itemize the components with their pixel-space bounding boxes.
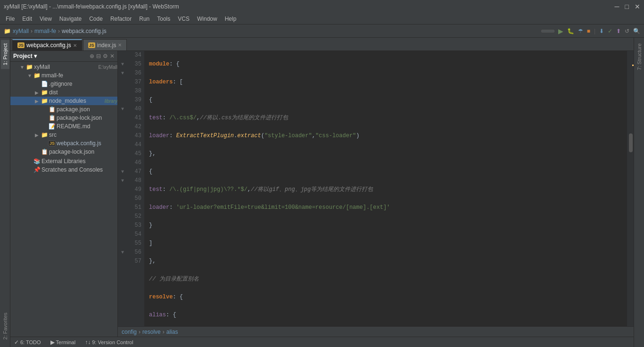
tree-item-node-modules[interactable]: ▶ 📁 node_modules library [10, 97, 117, 105]
tree-item-gitignore[interactable]: 📄 .gitignore [10, 80, 117, 88]
vcs-push-button[interactable]: ⬆ [616, 28, 621, 34]
gutter-34 [118, 51, 127, 60]
tree-item-root-package-lock[interactable]: 📋 package-lock.json [10, 148, 117, 156]
close-button[interactable]: ✕ [635, 3, 640, 10]
menu-refactor[interactable]: Refactor [107, 15, 135, 23]
bc-alias[interactable]: alias [166, 329, 178, 335]
right-scrollbar[interactable] [627, 51, 634, 326]
ln-51: 51 [127, 203, 141, 212]
nav-mmall-fe[interactable]: mmall-fe [34, 28, 56, 34]
sync-icon[interactable]: ⊕ [90, 53, 94, 59]
menu-code[interactable]: Code [85, 15, 107, 23]
menu-run[interactable]: Run [135, 15, 153, 23]
file-icon-package-lock-json: 📋 [48, 115, 56, 121]
code-line-41: test: /\.(gif|png|jpg)\??.*$/,//将以gif、pn… [149, 185, 627, 194]
code-line-46: // 为目录配置别名 [149, 275, 627, 284]
menu-view[interactable]: View [36, 15, 56, 23]
stop-button[interactable]: ■ [587, 28, 590, 34]
code-line-38: loader: ExtractTextPlugin.extract("style… [149, 132, 627, 140]
side-tab-favorites[interactable]: 2: Favorites [1, 309, 9, 343]
tab-webpack-config[interactable]: JS webpack.config.js ✕ [12, 39, 82, 50]
todo-label: 6: TODO [20, 339, 41, 345]
bc-config[interactable]: config [122, 329, 137, 335]
ln-45: 45 [127, 149, 141, 158]
arrow-src: ▶ [35, 132, 41, 138]
tab-index[interactable]: JS index.js ✕ [83, 39, 127, 50]
undo-button[interactable]: ↺ [625, 28, 629, 34]
collapse-icon[interactable]: ⊟ [96, 53, 101, 59]
menu-edit[interactable]: Edit [18, 15, 36, 23]
gutter-44 [118, 140, 127, 149]
code-content[interactable]: module: { loaders: [ { test: /\.css$/,//… [144, 51, 627, 326]
settings-icon[interactable]: ⚙ [103, 53, 108, 59]
tree-label-readme: README.md [57, 123, 117, 130]
minimize-button[interactable]: ─ [615, 3, 619, 10]
gutter-53 [118, 221, 127, 230]
coverage-button[interactable]: ☂ [578, 28, 583, 34]
tree-item-package-json[interactable]: 📋 package.json [10, 105, 117, 114]
code-line-45: }, [149, 257, 627, 266]
tree-item-package-lock-json[interactable]: 📋 package-lock.json [10, 114, 117, 122]
tree-label-mmall-fe: mmall-fe [41, 72, 117, 79]
ln-40: 40 [127, 105, 141, 114]
tree-item-readme[interactable]: 📝 README.md [10, 122, 117, 131]
ln-56: 56 [127, 248, 141, 257]
tree-item-external-libs[interactable]: 📚 External Libraries [10, 157, 117, 165]
search-everywhere-button[interactable]: 🔍 [633, 28, 640, 34]
tab-webpack-label: webpack.config.js [26, 42, 71, 49]
tree-badge-xymall: E:\xyMall [98, 65, 117, 70]
gutter-40: ▼ [118, 105, 127, 114]
file-icon-root-package-lock: 📋 [41, 149, 48, 155]
tab-webpack-close[interactable]: ✕ [73, 43, 77, 48]
nav-webpack-config[interactable]: webpack.config.js [62, 28, 107, 34]
maximize-button[interactable]: □ [625, 3, 629, 10]
bottom-breadcrumb: config › resolve › alias [118, 326, 634, 337]
vcs-commit-button[interactable]: ✓ [608, 28, 612, 34]
tree-item-dist[interactable]: ▶ 📁 dist [10, 88, 117, 97]
side-tab-structure[interactable]: 7: Structure [635, 40, 644, 74]
tree-item-xymall[interactable]: ▼ 📁 xyMall E:\xyMall [10, 63, 117, 71]
vcs-label: 9: Version Control [92, 339, 133, 345]
run-config-dropdown[interactable] [541, 30, 554, 33]
ln-44: 44 [127, 140, 141, 149]
run-button[interactable]: ▶ [558, 27, 563, 35]
tree-item-mmall-fe[interactable]: ▼ 📁 mmall-fe [10, 71, 117, 80]
terminal-tool[interactable]: ▶ Terminal [49, 338, 78, 347]
scroll-thumb[interactable] [629, 133, 633, 152]
ln-57: 57 [127, 257, 141, 266]
ln-49: 49 [127, 185, 141, 194]
folder-icon-src: 📁 [41, 132, 48, 138]
todo-tool[interactable]: ✓ 6: TODO [12, 338, 43, 347]
tree-item-webpack-config[interactable]: JS webpack.config.js [10, 139, 117, 148]
vcs-tool[interactable]: ↑↓ 9: Version Control [83, 338, 135, 347]
close-panel-icon[interactable]: ✕ [110, 53, 115, 59]
line-numbers: 34 35 36 37 38 39 40 41 42 43 44 45 46 4… [127, 51, 144, 326]
gutter-49 [118, 185, 127, 194]
nav-xymall[interactable]: xyMall [13, 28, 29, 34]
ln-39: 39 [127, 96, 141, 105]
vcs-update-button[interactable]: ⬇ [599, 28, 604, 34]
nav-icon-project: 📁 [4, 28, 11, 34]
gutter-55 [118, 239, 127, 248]
editor-with-gutter: Project ▾ ⊕ ⊟ ⚙ ✕ ▼ 📁 xyMall E:\xyMall [10, 51, 634, 337]
tab-index-close[interactable]: ✕ [118, 42, 122, 48]
tree-label-scratches: Scratches and Consoles [41, 166, 117, 173]
ln-41: 41 [127, 114, 141, 123]
gutter-35: ▼ [118, 60, 127, 69]
tree-item-scratches[interactable]: 📌 Scratches and Consoles [10, 165, 117, 174]
gutter-45 [118, 149, 127, 158]
menu-navigate[interactable]: Navigate [56, 15, 85, 23]
ln-37: 37 [127, 78, 141, 87]
ln-48: 48 [127, 176, 141, 185]
side-tab-project[interactable]: 1: Project [1, 40, 9, 69]
menu-help[interactable]: Help [221, 15, 240, 23]
menu-window[interactable]: Window [193, 15, 221, 23]
debug-button[interactable]: 🐛 [567, 28, 574, 34]
code-view[interactable]: ▼ ▼ ▼ ▼ ▼ [118, 51, 634, 326]
menu-vcs[interactable]: VCS [174, 15, 193, 23]
nav-sep-2: › [58, 28, 60, 34]
menu-tools[interactable]: Tools [153, 15, 174, 23]
menu-file[interactable]: File [2, 15, 18, 23]
bc-resolve[interactable]: resolve [142, 329, 161, 335]
tree-item-src[interactable]: ▶ 📁 src [10, 131, 117, 139]
